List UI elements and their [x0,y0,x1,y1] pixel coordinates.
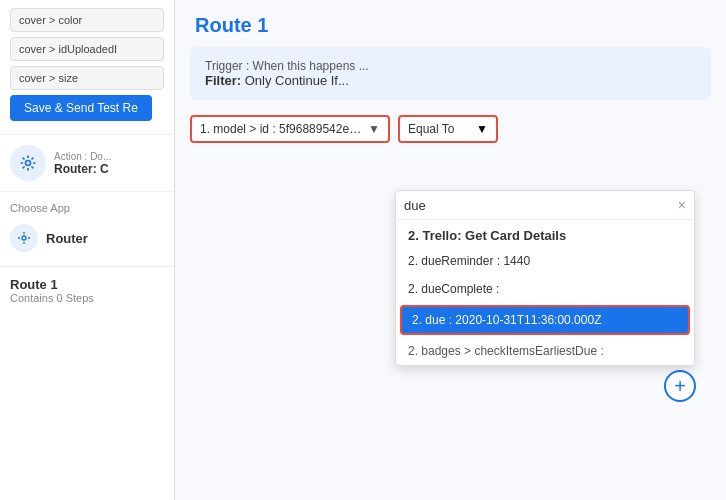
dropdown-section-header: 2. Trello: Get Card Details [396,220,694,247]
dropdown-search-input[interactable] [404,198,678,213]
save-send-test-button[interactable]: Save & Send Test Re [10,95,152,121]
route-section: Route 1 Contains 0 Steps [0,267,174,314]
filter-panel: Trigger : When this happens ... Filter: … [190,47,711,100]
add-plus-button[interactable]: + [664,370,696,402]
router-action-icon [10,145,46,181]
operator-select[interactable]: Equal To ▼ [398,115,498,143]
dropdown-item-1[interactable]: 2. dueComplete : [396,275,694,303]
app-name-label: Router [46,231,88,246]
route-item[interactable]: Route 1 Contains 0 Steps [10,277,164,304]
model-select-arrow-icon: ▼ [368,122,380,136]
route-title: Route 1 [195,14,706,37]
app-router-icon [10,224,38,252]
filter-text: Filter: Only Continue If... [205,73,696,88]
trigger-text: Trigger : When this happens ... [205,59,696,73]
operator-select-arrow-icon: ▼ [476,122,488,136]
choose-app-section: Choose App Router [0,192,174,267]
model-select-text: 1. model > id : 5f96889542ee66 [200,122,362,136]
svg-point-1 [22,236,26,240]
filter-value-text: Only Continue If... [245,73,349,88]
chip-cover-color[interactable]: cover > color [10,8,164,32]
dropdown-item-3[interactable]: 2. badges > checkItemsEarliestDue : [396,337,694,365]
route-steps: Contains 0 Steps [10,292,164,304]
clear-search-icon[interactable]: × [678,197,686,213]
dropdown-search-row: × [396,191,694,220]
route-header: Route 1 [175,0,726,47]
operator-select-text: Equal To [408,122,476,136]
chip-cover-id[interactable]: cover > idUploadedI [10,37,164,61]
model-select[interactable]: 1. model > id : 5f96889542ee66 ▼ [190,115,390,143]
app-item-router[interactable]: Router [10,220,164,256]
sidebar-top: cover > color cover > idUploadedI cover … [0,0,174,135]
chip-cover-size[interactable]: cover > size [10,66,164,90]
route-name: Route 1 [10,277,164,292]
dropdown-item-0[interactable]: 2. dueReminder : 1440 [396,247,694,275]
sidebar: cover > color cover > idUploadedI cover … [0,0,175,500]
filter-label: Filter: [205,73,241,88]
choose-app-label: Choose App [10,202,164,214]
action-label: Action : Do... [54,151,111,162]
main-content: Route 1 Trigger : When this happens ... … [175,0,726,500]
action-text: Action : Do... Router: C [54,151,111,176]
condition-row: 1. model > id : 5f96889542ee66 ▼ Equal T… [190,115,711,143]
svg-point-0 [26,161,31,166]
action-name: Router: C [54,162,111,176]
action-block: Action : Do... Router: C [0,135,174,192]
dropdown-overlay: × 2. Trello: Get Card Details 2. dueRemi… [395,190,695,366]
dropdown-item-2[interactable]: 2. due : 2020-10-31T11:36:00.000Z [400,305,690,335]
